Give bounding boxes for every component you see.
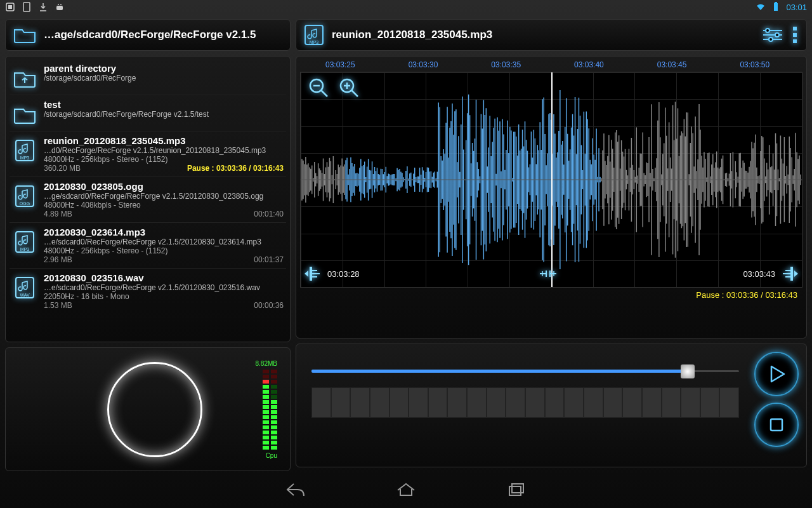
segment-cell[interactable] — [409, 387, 428, 418]
marker-start-time: 03:03:28 — [327, 269, 360, 279]
file-path: …d0/RecForge/RecForge v2.1.5/reunion_201… — [44, 146, 284, 155]
file-name: test — [44, 99, 284, 110]
segment-cell[interactable] — [564, 387, 584, 418]
svg-text:OGG: OGG — [20, 201, 30, 206]
file-name: reunion_20120818_235045.mp3 — [44, 135, 284, 146]
wifi-icon — [756, 2, 766, 12]
segment-cell[interactable] — [506, 387, 525, 418]
svg-rect-2 — [23, 3, 30, 11]
segment-cell[interactable] — [447, 387, 467, 418]
file-item[interactable]: MP3 reunion_20120818_235045.mp3 …d0/RecF… — [10, 131, 286, 177]
file-item[interactable]: parent directory /storage/sdcard0/RecFor… — [10, 59, 286, 95]
ogg-icon: OGG — [12, 184, 37, 209]
mp3-icon: MP3 — [304, 24, 324, 46]
playhead[interactable] — [551, 72, 553, 287]
segment-bar[interactable] — [311, 387, 739, 418]
segment-cell[interactable] — [370, 387, 390, 418]
file-name: 20120830_023805.ogg — [44, 181, 284, 192]
battery-icon — [771, 2, 781, 12]
cpu-label: Cpu — [266, 452, 277, 459]
svg-rect-36 — [512, 484, 523, 493]
svg-rect-23 — [793, 39, 797, 43]
file-meta: 48000Hz - 408kbpls - Stereo — [44, 201, 284, 210]
folder-icon — [13, 26, 36, 44]
segment-cell[interactable] — [603, 387, 623, 418]
marker-end-icon[interactable] — [780, 265, 799, 282]
file-size: 1.53 MB — [44, 301, 72, 310]
equalizer-icon[interactable] — [762, 27, 783, 43]
segment-cell[interactable] — [681, 387, 700, 418]
waveform[interactable]: 03:03:28 03:03:43 — [300, 72, 802, 288]
segment-cell[interactable] — [584, 387, 603, 418]
segment-cell[interactable] — [525, 387, 545, 418]
svg-line-29 — [351, 90, 358, 97]
seekbar[interactable] — [311, 364, 739, 377]
segment-cell[interactable] — [662, 387, 681, 418]
folder-icon — [12, 102, 37, 127]
segment-cell[interactable] — [622, 387, 642, 418]
back-icon[interactable] — [285, 481, 306, 498]
file-path: /storage/sdcard0/RecForge/RecForge v2.1.… — [44, 110, 284, 119]
clock: 03:01 — [786, 3, 807, 12]
zoom-out-icon[interactable] — [307, 76, 330, 99]
file-duration: 00:00:36 — [254, 301, 284, 310]
android-icon — [55, 2, 65, 12]
file-duration: 00:01:40 — [254, 210, 284, 218]
file-name: 20120830_023516.wav — [44, 272, 284, 283]
svg-line-26 — [321, 90, 327, 97]
svg-point-20 — [769, 37, 773, 41]
home-icon[interactable] — [395, 481, 417, 498]
android-navbar — [0, 476, 812, 503]
segment-cell[interactable] — [642, 387, 662, 418]
zoom-in-icon[interactable] — [337, 76, 360, 99]
menu-icon[interactable] — [791, 25, 799, 44]
marker-end-time: 03:03:43 — [743, 269, 775, 279]
stop-button[interactable] — [754, 403, 799, 447]
file-name: parent directory — [44, 63, 284, 74]
segment-cell[interactable] — [487, 387, 506, 418]
ruler-tick: 03:03:35 — [491, 60, 521, 69]
file-meta: 48000Hz - 256kbps - Stereo - (1152) — [44, 246, 284, 255]
waveform-panel: 03:03:2503:03:3003:03:3503:03:4003:03:45… — [296, 56, 807, 338]
wave-header: MP3 reunion_20120818_235045.mp3 — [296, 19, 807, 51]
wave-filename: reunion_20120818_235045.mp3 — [332, 29, 754, 41]
segment-cell[interactable] — [350, 387, 370, 418]
file-item[interactable]: WAV 20120830_023516.wav …e/sdcard0/RecFo… — [10, 268, 286, 314]
segment-cell[interactable] — [467, 387, 487, 418]
wave-status: Pause : 03:03:36 / 03:16:43 — [300, 288, 802, 302]
file-path: …e/sdcard0/RecForge/RecForge v2.1.5/2012… — [44, 283, 284, 292]
svg-rect-32 — [310, 267, 312, 281]
file-size: 2.96 MB — [44, 255, 72, 264]
monitor-panel: 8.82MB Cpu — [5, 347, 291, 471]
vu-bars — [263, 370, 277, 450]
mem-label: 8.82MB — [256, 360, 277, 367]
svg-text:MP3: MP3 — [20, 156, 30, 160]
ruler-tick: 03:03:30 — [409, 60, 438, 69]
segment-cell[interactable] — [311, 387, 331, 418]
svg-point-19 — [775, 33, 779, 37]
svg-point-18 — [766, 29, 769, 32]
svg-text:MP3: MP3 — [310, 40, 319, 44]
segment-cell[interactable] — [719, 387, 739, 418]
segment-cell[interactable] — [428, 387, 448, 418]
recent-icon[interactable] — [506, 481, 527, 498]
mp3-icon: MP3 — [12, 138, 37, 163]
file-path: /storage/sdcard0/RecForge — [44, 74, 284, 83]
folder-up-icon — [12, 65, 37, 91]
ruler-tick: 03:03:50 — [740, 60, 769, 69]
play-button[interactable] — [754, 352, 799, 396]
segment-cell[interactable] — [700, 387, 720, 418]
path-header[interactable]: …age/sdcard0/RecForge/RecForge v2.1.5 — [5, 19, 291, 51]
file-item[interactable]: OGG 20120830_023805.ogg …ge/sdcard0/RecF… — [10, 177, 286, 222]
file-item[interactable]: test /storage/sdcard0/RecForge/RecForge … — [10, 95, 286, 131]
file-item[interactable]: MP3 20120830_023614.mp3 …e/sdcard0/RecFo… — [10, 222, 286, 268]
ruler-tick: 03:03:40 — [574, 60, 604, 69]
segment-cell[interactable] — [331, 387, 351, 418]
segment-cell[interactable] — [545, 387, 565, 418]
segment-cell[interactable] — [390, 387, 409, 418]
file-meta: 22050Hz - 16 bits - Mono — [44, 292, 284, 301]
marker-start-icon[interactable] — [303, 265, 322, 282]
marker-mid-icon[interactable] — [539, 265, 558, 282]
ruler-tick: 03:03:45 — [657, 60, 687, 69]
svg-rect-33 — [790, 267, 793, 281]
